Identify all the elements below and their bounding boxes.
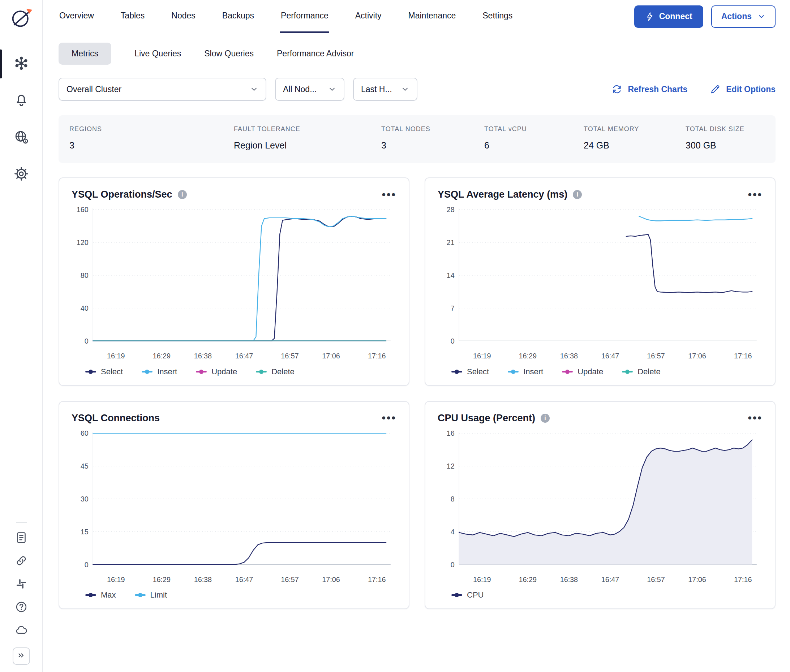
legend-label: Limit <box>150 590 167 600</box>
chart-menu-icon[interactable]: ••• <box>748 189 763 200</box>
svg-text:16:47: 16:47 <box>601 352 619 360</box>
legend-item-max[interactable]: Max <box>85 590 116 600</box>
stat-label: TOTAL MEMORY <box>584 125 686 133</box>
stat-label: TOTAL DISK SIZE <box>686 125 772 133</box>
legend-item-cpu[interactable]: CPU <box>451 590 484 600</box>
legend-marker-icon <box>256 371 267 373</box>
legend-item-insert[interactable]: Insert <box>508 367 543 376</box>
yugabyte-logo-icon <box>10 6 33 30</box>
sidebar-divider <box>16 522 27 523</box>
stat-total-memory: TOTAL MEMORY 24 GB <box>584 125 686 150</box>
legend-item-limit[interactable]: Limit <box>135 590 167 600</box>
actions-button[interactable]: Actions <box>711 5 776 28</box>
main-content: Overview Tables Nodes Backups Performanc… <box>43 0 790 672</box>
legend-label: Select <box>467 367 489 376</box>
chart-menu-icon[interactable]: ••• <box>381 413 396 424</box>
cluster-scope-select[interactable]: Overall Cluster <box>59 78 266 101</box>
chart-legend: SelectInsertUpdateDelete <box>72 367 396 376</box>
sidebar-item-cloud-status[interactable] <box>14 623 29 638</box>
app-root: Overview Tables Nodes Backups Performanc… <box>0 0 790 672</box>
cluster-stats-bar: REGIONS 3 FAULT TOLERANCE Region Level T… <box>59 115 776 163</box>
tab-overview[interactable]: Overview <box>59 0 95 33</box>
svg-text:16:29: 16:29 <box>519 575 537 583</box>
chart-title: YSQL Connections <box>72 413 160 424</box>
svg-text:16: 16 <box>447 429 455 437</box>
refresh-charts-link[interactable]: Refresh Charts <box>612 84 687 94</box>
stat-value: 3 <box>69 140 234 150</box>
legend-marker-icon <box>142 371 152 373</box>
stat-regions: REGIONS 3 <box>69 125 234 150</box>
sidebar-item-integrations[interactable] <box>14 554 29 569</box>
stat-value: 24 GB <box>584 140 686 150</box>
sidebar-item-slack[interactable] <box>14 577 29 592</box>
svg-text:16:29: 16:29 <box>519 352 537 360</box>
sidebar-item-network-access[interactable] <box>13 129 30 146</box>
subtab-metrics[interactable]: Metrics <box>59 43 111 65</box>
nodes-select[interactable]: All Nod... <box>275 78 345 101</box>
legend-item-update[interactable]: Update <box>562 367 603 376</box>
svg-text:16:57: 16:57 <box>281 352 298 360</box>
stat-total-nodes: TOTAL NODES 3 <box>381 125 484 150</box>
chart-legend: MaxLimit <box>72 590 396 600</box>
sidebar <box>0 0 43 672</box>
stat-label: TOTAL NODES <box>381 125 484 133</box>
svg-text:15: 15 <box>80 528 88 536</box>
info-icon[interactable]: i <box>573 190 582 199</box>
legend-item-select[interactable]: Select <box>85 367 123 376</box>
legend-item-delete[interactable]: Delete <box>622 367 661 376</box>
performance-subtabs: Metrics Live Queries Slow Queries Perfor… <box>43 33 790 67</box>
charts-grid: YSQL Operations/Sec i ••• 0408012016016:… <box>43 163 790 618</box>
legend-marker-icon <box>135 594 146 596</box>
info-icon[interactable]: i <box>178 190 187 199</box>
sidebar-item-docs[interactable] <box>14 531 29 546</box>
subtab-live-queries[interactable]: Live Queries <box>135 43 181 65</box>
legend-item-delete[interactable]: Delete <box>256 367 295 376</box>
time-range-select[interactable]: Last H... <box>353 78 417 101</box>
connect-button-label: Connect <box>659 11 692 21</box>
stat-value: 6 <box>484 140 584 150</box>
chart-card-ysql-connections: YSQL Connections ••• 01530456016:1916:29… <box>59 401 409 610</box>
tab-nodes[interactable]: Nodes <box>171 0 196 33</box>
cpu-usage-chart: 048121616:1916:2916:3816:4716:5717:0617:… <box>437 427 763 590</box>
tab-backups[interactable]: Backups <box>221 0 255 33</box>
cloud-icon <box>15 624 28 638</box>
tab-maintenance[interactable]: Maintenance <box>408 0 457 33</box>
info-icon[interactable]: i <box>541 414 550 423</box>
svg-text:16:38: 16:38 <box>194 352 212 360</box>
subtab-slow-queries[interactable]: Slow Queries <box>204 43 254 65</box>
legend-item-select[interactable]: Select <box>451 367 489 376</box>
connect-button[interactable]: Connect <box>634 5 703 28</box>
expand-sidebar-button[interactable] <box>13 648 30 665</box>
tab-settings[interactable]: Settings <box>482 0 513 33</box>
tab-performance[interactable]: Performance <box>280 0 329 33</box>
svg-text:16:47: 16:47 <box>235 575 253 583</box>
svg-text:8: 8 <box>451 494 455 502</box>
subtab-performance-advisor[interactable]: Performance Advisor <box>277 43 354 65</box>
svg-text:28: 28 <box>447 206 455 213</box>
svg-text:0: 0 <box>451 337 455 345</box>
sidebar-item-settings[interactable] <box>13 166 30 183</box>
legend-item-update[interactable]: Update <box>196 367 237 376</box>
svg-text:0: 0 <box>85 337 88 345</box>
chart-menu-icon[interactable]: ••• <box>381 189 396 200</box>
chart-menu-icon[interactable]: ••• <box>748 413 763 424</box>
actions-button-label: Actions <box>721 11 752 21</box>
edit-options-label: Edit Options <box>726 85 776 94</box>
chevron-down-icon <box>322 85 337 94</box>
svg-text:120: 120 <box>77 238 88 246</box>
link-icon <box>15 554 28 569</box>
svg-text:160: 160 <box>77 206 88 213</box>
sidebar-item-clusters[interactable] <box>13 55 30 73</box>
document-icon <box>15 531 28 546</box>
svg-text:16:57: 16:57 <box>647 352 665 360</box>
sidebar-item-alerts[interactable] <box>13 92 30 109</box>
refresh-icon <box>612 84 622 94</box>
edit-options-link[interactable]: Edit Options <box>710 84 776 94</box>
tab-tables[interactable]: Tables <box>120 0 145 33</box>
legend-item-insert[interactable]: Insert <box>142 367 177 376</box>
sidebar-item-help[interactable] <box>14 600 29 615</box>
chart-card-cpu-usage: CPU Usage (Percent) i ••• 048121616:1916… <box>425 401 776 610</box>
svg-text:21: 21 <box>447 238 455 246</box>
svg-text:40: 40 <box>80 304 88 312</box>
tab-activity[interactable]: Activity <box>354 0 382 33</box>
